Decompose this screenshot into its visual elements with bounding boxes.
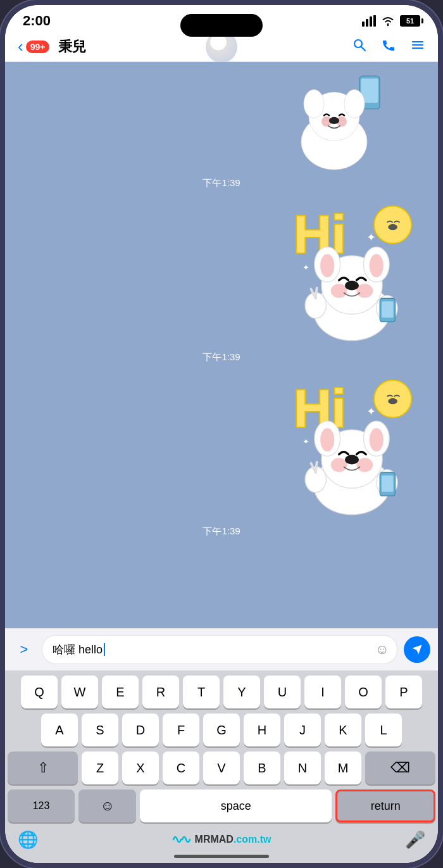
key-a[interactable]: A: [41, 714, 78, 746]
svg-point-14: [344, 90, 365, 118]
backspace-key[interactable]: ⌫: [365, 752, 435, 784]
svg-point-13: [304, 90, 324, 118]
svg-point-20: [388, 224, 397, 230]
sticker-message-3: Hi ✦ ✦: [5, 368, 438, 520]
svg-rect-1: [366, 19, 368, 27]
nav-left: ‹ 99+ 秉兒: [18, 37, 86, 56]
svg-point-29: [331, 284, 347, 298]
svg-rect-2: [370, 16, 372, 27]
svg-text:✦: ✦: [366, 405, 376, 418]
key-e[interactable]: E: [102, 676, 139, 708]
chat-title: 秉兒: [58, 37, 86, 56]
svg-rect-57: [382, 475, 393, 492]
input-area: > 哈囉 hello ☺: [5, 628, 438, 670]
key-row-2: A S D F G H J K L: [8, 714, 435, 746]
key-row-4: 123 ☺ space return: [8, 789, 435, 822]
svg-point-31: [345, 281, 359, 291]
svg-text:✦: ✦: [303, 437, 309, 446]
signal-icon: [362, 15, 376, 27]
wifi-icon: [381, 15, 395, 27]
phone-icon[interactable]: [381, 37, 396, 56]
send-button[interactable]: [404, 636, 430, 663]
svg-point-48: [370, 428, 384, 451]
key-w[interactable]: W: [61, 676, 98, 708]
watermark-text: MRMAD.com.tw: [195, 834, 271, 845]
svg-point-47: [320, 428, 334, 451]
status-time: 2:00: [23, 13, 51, 29]
key-k[interactable]: K: [325, 714, 361, 746]
key-h[interactable]: H: [244, 714, 280, 746]
svg-rect-0: [362, 22, 365, 27]
svg-rect-3: [373, 15, 376, 27]
send-icon: [411, 644, 423, 655]
timestamp-2: 下午1:39: [5, 351, 438, 363]
sticker-message-1: [5, 71, 438, 172]
emoji-keyboard-key[interactable]: ☺: [78, 789, 136, 822]
numbers-key[interactable]: 123: [8, 789, 75, 822]
back-button[interactable]: ‹ 99+: [18, 37, 49, 56]
svg-point-17: [329, 117, 339, 124]
key-b[interactable]: B: [244, 752, 280, 784]
battery-icon: 51: [400, 15, 420, 27]
chat-area: 下午1:39 Hi ✦ ✦: [5, 62, 438, 628]
key-m[interactable]: M: [325, 752, 361, 784]
key-c[interactable]: C: [163, 752, 199, 784]
key-v[interactable]: V: [203, 752, 240, 784]
expand-button[interactable]: >: [13, 638, 35, 661]
key-j[interactable]: J: [284, 714, 321, 746]
svg-point-4: [354, 40, 362, 47]
svg-point-28: [370, 254, 384, 277]
svg-point-30: [356, 284, 373, 298]
mrmad-logo-icon: [172, 833, 191, 846]
key-y[interactable]: Y: [223, 676, 260, 708]
microphone-icon[interactable]: 🎤: [405, 830, 425, 850]
key-o[interactable]: O: [345, 676, 382, 708]
key-r[interactable]: R: [142, 676, 179, 708]
home-bar: [174, 855, 269, 858]
svg-point-50: [356, 458, 373, 472]
key-n[interactable]: N: [284, 752, 321, 784]
key-x[interactable]: X: [122, 752, 159, 784]
search-icon[interactable]: [352, 37, 367, 56]
key-d[interactable]: D: [122, 714, 159, 746]
key-p[interactable]: P: [385, 676, 422, 708]
timestamp-1: 下午1:39: [5, 177, 438, 189]
status-icons: 51: [362, 15, 420, 27]
menu-icon[interactable]: [410, 37, 425, 56]
key-f[interactable]: F: [163, 714, 199, 746]
dynamic-island: [180, 14, 263, 37]
svg-line-34: [316, 288, 317, 299]
nav-actions: [352, 37, 425, 56]
return-key[interactable]: return: [335, 789, 435, 822]
input-text: 哈囉 hello: [53, 642, 103, 657]
emoji-button[interactable]: ☺: [375, 641, 389, 658]
key-q[interactable]: Q: [21, 676, 58, 708]
shift-key[interactable]: ⇧: [8, 752, 78, 784]
key-l[interactable]: L: [365, 714, 402, 746]
svg-line-54: [316, 462, 317, 473]
sticker-svg-2: Hi ✦ ✦: [276, 194, 428, 346]
timestamp-3: 下午1:39: [5, 525, 438, 538]
key-t[interactable]: T: [183, 676, 220, 708]
key-row-1: Q W E R T Y U I O P: [8, 676, 435, 708]
chevron-left-icon: ‹: [18, 37, 23, 56]
globe-icon[interactable]: 🌐: [18, 830, 38, 850]
unread-badge: 99+: [26, 41, 50, 53]
key-i[interactable]: I: [304, 676, 341, 708]
key-u[interactable]: U: [264, 676, 301, 708]
sticker-svg-1: [276, 71, 402, 172]
message-input[interactable]: 哈囉 hello ☺: [42, 635, 397, 664]
key-row-3: ⇧ Z X C V B N M ⌫: [8, 752, 435, 784]
home-indicator-area: [5, 855, 438, 863]
key-g[interactable]: G: [203, 714, 240, 746]
keyboard: Q W E R T Y U I O P A S D F G: [5, 670, 438, 863]
space-key[interactable]: space: [140, 789, 332, 822]
keyboard-rows: Q W E R T Y U I O P A S D F G: [5, 670, 438, 830]
svg-text:✦: ✦: [303, 263, 309, 272]
key-s[interactable]: S: [82, 714, 118, 746]
svg-point-40: [388, 398, 397, 404]
phone-frame: 2:00 51: [0, 0, 443, 868]
key-z[interactable]: Z: [82, 752, 118, 784]
sticker-svg-3: Hi ✦ ✦: [276, 368, 428, 520]
keyboard-bottom: 🌐 MRMAD.com.tw 🎤: [5, 830, 438, 855]
